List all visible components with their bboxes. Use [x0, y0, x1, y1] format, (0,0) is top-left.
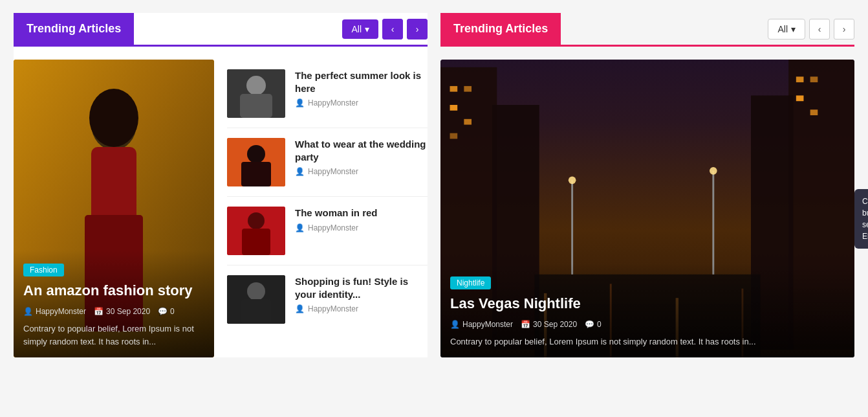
left-filter-button[interactable]: All ▾	[342, 19, 378, 39]
right-featured-overlay: Nightlife Las Vegas Nightlife 👤 HappyMon…	[440, 264, 854, 357]
article-info-2: What to wear at the wedding party 👤 Happ…	[295, 138, 428, 176]
right-featured-excerpt: Contrary to popular belief, Lorem Ipsum …	[450, 335, 845, 348]
thumb-svg-4	[227, 275, 285, 324]
right-prev-button[interactable]: ‹	[809, 19, 830, 39]
author-icon-1: 👤	[295, 98, 305, 107]
left-header-controls: All ▾ ‹ ›	[342, 13, 428, 45]
chevron-right-icon: ›	[416, 24, 419, 34]
article-item-1[interactable]: The perfect summer look is here 👤 HappyM…	[227, 60, 428, 128]
article-author-3: 👤 HappyMonster	[295, 223, 428, 232]
article-author-4: 👤 HappyMonster	[295, 304, 428, 313]
right-filter-button[interactable]: All ▾	[768, 19, 805, 39]
svg-rect-21	[241, 299, 271, 324]
svg-point-49	[569, 177, 576, 185]
article-item-3[interactable]: The woman in red 👤 HappyMonster	[227, 197, 428, 265]
article-info-1: The perfect summer look is here 👤 HappyM…	[295, 69, 428, 107]
tooltip-text: Click on the Live Copy button to copy th…	[862, 197, 868, 241]
left-widget: Trending Articles All ▾ ‹ ›	[14, 13, 428, 357]
right-meta-date: 📅 30 Sep 2020	[521, 320, 577, 329]
svg-point-51	[710, 167, 717, 175]
right-widget-header: Trending Articles All ▾ ‹ ›	[440, 13, 854, 47]
article-title-1: The perfect summer look is here	[295, 69, 428, 95]
left-content-area: Fashion An amazon fashion story 👤 HappyM…	[14, 60, 428, 357]
user-icon: 👤	[23, 307, 33, 316]
right-header-controls: All ▾ ‹ ›	[768, 13, 854, 45]
svg-rect-42	[810, 109, 818, 115]
right-featured-card[interactable]: Nightlife Las Vegas Nightlife 👤 HappyMon…	[440, 60, 854, 357]
right-widget-inner: Nightlife Las Vegas Nightlife 👤 HappyMon…	[440, 60, 854, 357]
author-name-2: HappyMonster	[308, 167, 358, 176]
right-next-button[interactable]: ›	[834, 19, 854, 39]
article-title-2: What to wear at the wedding party	[295, 138, 428, 163]
thumb-svg-3	[227, 207, 285, 255]
article-thumb-4	[227, 275, 285, 324]
left-article-list: The perfect summer look is here 👤 HappyM…	[227, 60, 428, 357]
right-widget-title: Trending Articles	[440, 13, 561, 45]
article-info-3: The woman in red 👤 HappyMonster	[295, 207, 428, 232]
svg-rect-32	[450, 86, 458, 92]
svg-point-12	[247, 145, 265, 163]
left-date: 30 Sep 2020	[106, 307, 150, 316]
left-featured-excerpt: Contrary to popular belief, Lorem Ipsum …	[23, 322, 204, 348]
page-wrapper: Trending Articles All ▾ ‹ ›	[14, 13, 854, 357]
article-info-4: Shopping is fun! Style is your identity.…	[295, 275, 428, 313]
right-comment-icon: 💬	[585, 320, 594, 329]
svg-point-8	[246, 76, 266, 95]
article-thumb-2	[227, 138, 285, 186]
left-meta-author: 👤 HappyMonster	[23, 307, 86, 316]
left-meta-date: 📅 30 Sep 2020	[94, 307, 150, 316]
left-category-badge: Fashion	[23, 264, 64, 276]
article-item-4[interactable]: Shopping is fun! Style is your identity.…	[227, 265, 428, 333]
article-title-3: The woman in red	[295, 207, 428, 220]
calendar-icon: 📅	[94, 307, 103, 316]
left-author-name: HappyMonster	[36, 307, 86, 316]
right-meta-author: 👤 HappyMonster	[450, 320, 513, 329]
article-thumb-1	[227, 69, 285, 118]
right-filter-label: All	[777, 24, 788, 34]
comment-icon: 💬	[158, 307, 168, 316]
right-chevron-right-icon: ›	[843, 24, 846, 34]
svg-rect-17	[242, 229, 270, 255]
article-thumb-3	[227, 207, 285, 255]
live-copy-tooltip: Click on the Live Copy button to copy th…	[854, 189, 868, 249]
author-name-4: HappyMonster	[308, 304, 358, 313]
svg-rect-9	[240, 94, 272, 118]
right-category-badge: Nightlife	[450, 276, 491, 289]
right-date: 30 Sep 2020	[533, 320, 577, 329]
thumb-svg-1	[227, 69, 285, 118]
left-header-spacer	[134, 13, 342, 45]
article-title-4: Shopping is fun! Style is your identity.…	[295, 275, 428, 300]
svg-rect-39	[796, 76, 804, 82]
author-name-3: HappyMonster	[308, 223, 358, 232]
left-next-button[interactable]: ›	[407, 19, 428, 39]
right-comments: 0	[597, 320, 602, 329]
left-widget-header: Trending Articles All ▾ ‹ ›	[14, 13, 428, 47]
left-prev-button[interactable]: ‹	[382, 19, 403, 39]
article-author-1: 👤 HappyMonster	[295, 98, 428, 107]
author-icon-2: 👤	[295, 167, 305, 176]
right-chevron-down-icon: ▾	[791, 24, 796, 34]
right-calendar-icon: 📅	[521, 320, 530, 329]
author-icon-3: 👤	[295, 223, 305, 232]
right-chevron-left-icon: ‹	[818, 24, 821, 34]
left-meta-comments: 💬 0	[158, 307, 175, 316]
chevron-down-icon: ▾	[365, 24, 369, 34]
svg-rect-36	[450, 133, 458, 139]
right-user-icon: 👤	[450, 320, 460, 329]
left-featured-meta: 👤 HappyMonster 📅 30 Sep 2020 💬 0	[23, 307, 204, 316]
svg-point-20	[247, 282, 265, 300]
svg-rect-13	[241, 162, 271, 186]
svg-rect-34	[450, 105, 458, 111]
svg-rect-35	[464, 119, 472, 125]
right-widget: Trending Articles All ▾ ‹ ›	[440, 13, 854, 357]
chevron-left-icon: ‹	[391, 24, 395, 34]
right-author-name: HappyMonster	[462, 320, 513, 329]
left-filter-label: All	[351, 24, 362, 34]
right-header-spacer	[561, 13, 768, 45]
svg-rect-40	[810, 76, 818, 82]
author-name-1: HappyMonster	[308, 98, 358, 107]
left-featured-overlay: Fashion An amazon fashion story 👤 HappyM…	[14, 251, 214, 357]
left-featured-card[interactable]: Fashion An amazon fashion story 👤 HappyM…	[14, 60, 214, 357]
left-comments: 0	[170, 307, 175, 316]
article-item-2[interactable]: What to wear at the wedding party 👤 Happ…	[227, 128, 428, 197]
